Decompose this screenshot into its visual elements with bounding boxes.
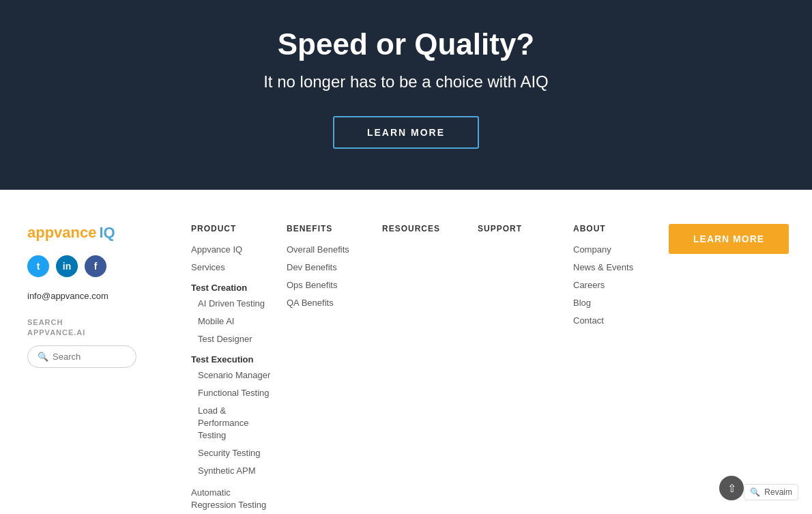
security-testing-link[interactable]: Security Testing bbox=[198, 448, 261, 458]
product-top-list: Appvance IQ Services bbox=[191, 243, 273, 273]
hero-learn-more-button[interactable]: LEARN MORE bbox=[333, 116, 479, 149]
logo-appvance: appvance bbox=[27, 224, 97, 242]
list-item: Blog bbox=[573, 296, 655, 309]
support-header: SUPPORT bbox=[478, 224, 560, 233]
qa-benefits-link[interactable]: QA Benefits bbox=[287, 298, 334, 308]
hero-title: Speed or Quality? bbox=[14, 27, 798, 61]
product-bottom-list: Automatic Regression Testing System Arch… bbox=[191, 486, 273, 514]
dev-benefits-link[interactable]: Dev Benefits bbox=[287, 262, 337, 272]
list-item: Company bbox=[573, 243, 655, 255]
load-performance-testing-link[interactable]: Load & Performance Testing bbox=[198, 405, 248, 440]
list-item: Load & Performance Testing bbox=[191, 404, 273, 441]
footer-learn-more-button[interactable]: LEARN MORE bbox=[669, 224, 789, 254]
list-item: Security Testing bbox=[191, 446, 273, 459]
company-link[interactable]: Company bbox=[573, 244, 611, 255]
search-box: 🔍 bbox=[27, 345, 136, 368]
functional-testing-link[interactable]: Functional Testing bbox=[198, 388, 270, 398]
search-label: SEARCHAPPVANCE.AI bbox=[27, 317, 177, 339]
benefits-list: Overall Benefits Dev Benefits Ops Benefi… bbox=[287, 243, 368, 309]
footer-inner: appvance IQ t in f info@appvance.com SEA… bbox=[27, 224, 785, 514]
list-item: Ops Benefits bbox=[287, 279, 368, 291]
careers-link[interactable]: Careers bbox=[573, 280, 605, 290]
list-item: QA Benefits bbox=[287, 296, 368, 309]
benefits-header: BENEFITS bbox=[287, 224, 368, 233]
test-creation-label: Test Creation bbox=[191, 283, 273, 293]
synthetic-apm-link[interactable]: Synthetic APM bbox=[198, 466, 256, 476]
facebook-icon[interactable]: f bbox=[85, 255, 106, 277]
list-item: Functional Testing bbox=[191, 386, 273, 399]
ai-driven-testing-link[interactable]: AI Driven Testing bbox=[198, 298, 265, 309]
resources-column: RESOURCES bbox=[382, 224, 464, 514]
list-item: Appvance IQ bbox=[191, 243, 273, 255]
list-item: News & Events bbox=[573, 261, 655, 273]
news-events-link[interactable]: News & Events bbox=[573, 262, 633, 272]
ops-benefits-link[interactable]: Ops Benefits bbox=[287, 280, 337, 290]
blog-link[interactable]: Blog bbox=[573, 298, 591, 308]
revaim-label: Revaim bbox=[764, 487, 792, 497]
linkedin-icon[interactable]: in bbox=[56, 255, 78, 277]
auto-regression-testing-link[interactable]: Automatic Regression Testing bbox=[191, 487, 266, 510]
overall-benefits-link[interactable]: Overall Benefits bbox=[287, 244, 349, 255]
list-item: Mobile AI bbox=[191, 315, 273, 327]
revaim-badge: 🔍 Revaim bbox=[744, 484, 798, 500]
hero-section: Speed or Quality? It no longer has to be… bbox=[0, 0, 812, 190]
hero-subtitle: It no longer has to be a choice with AIQ bbox=[14, 72, 798, 91]
footer-cta-column: LEARN MORE bbox=[669, 224, 789, 514]
footer-email[interactable]: info@appvance.com bbox=[27, 291, 177, 301]
logo-iq: IQ bbox=[100, 224, 115, 242]
list-item: Overall Benefits bbox=[287, 243, 368, 255]
product-header: PRODUCT bbox=[191, 224, 273, 233]
search-input[interactable] bbox=[53, 352, 134, 362]
about-header: ABOUT bbox=[573, 224, 655, 233]
twitter-icon[interactable]: t bbox=[27, 255, 49, 277]
social-icons: t in f bbox=[27, 255, 177, 277]
resources-header: RESOURCES bbox=[382, 224, 464, 233]
footer-nav: PRODUCT Appvance IQ Services Test Creati… bbox=[191, 224, 789, 514]
appvance-iq-link[interactable]: Appvance IQ bbox=[191, 244, 242, 255]
list-item: Synthetic APM bbox=[191, 464, 273, 476]
footer-logo-column: appvance IQ t in f info@appvance.com SEA… bbox=[27, 224, 191, 514]
scenario-manager-link[interactable]: Scenario Manager bbox=[198, 370, 270, 380]
benefits-column: BENEFITS Overall Benefits Dev Benefits O… bbox=[287, 224, 368, 514]
revaim-icon: 🔍 bbox=[750, 487, 760, 497]
list-item: Scenario Manager bbox=[191, 369, 273, 381]
logo: appvance IQ bbox=[27, 224, 177, 242]
test-creation-list: AI Driven Testing Mobile AI Test Designe… bbox=[191, 297, 273, 345]
support-column: SUPPORT bbox=[478, 224, 560, 514]
test-designer-link[interactable]: Test Designer bbox=[198, 334, 252, 344]
list-item: Automatic Regression Testing bbox=[191, 486, 273, 511]
test-execution-list: Scenario Manager Functional Testing Load… bbox=[191, 369, 273, 476]
list-item: Dev Benefits bbox=[287, 261, 368, 273]
scroll-top-button[interactable]: ⇧ bbox=[719, 476, 744, 500]
footer: appvance IQ t in f info@appvance.com SEA… bbox=[0, 190, 812, 514]
list-item: Services bbox=[191, 261, 273, 273]
search-icon: 🔍 bbox=[38, 352, 48, 362]
services-link[interactable]: Services bbox=[191, 262, 225, 272]
list-item: AI Driven Testing bbox=[191, 297, 273, 309]
product-column: PRODUCT Appvance IQ Services Test Creati… bbox=[191, 224, 273, 514]
contact-link[interactable]: Contact bbox=[573, 315, 604, 326]
about-column: ABOUT Company News & Events Careers Blog… bbox=[573, 224, 655, 514]
list-item: Contact bbox=[573, 314, 655, 326]
list-item: Careers bbox=[573, 279, 655, 291]
about-list: Company News & Events Careers Blog Conta… bbox=[573, 243, 655, 326]
mobile-ai-link[interactable]: Mobile AI bbox=[198, 316, 234, 326]
test-execution-label: Test Execution bbox=[191, 354, 273, 365]
list-item: Test Designer bbox=[191, 332, 273, 345]
